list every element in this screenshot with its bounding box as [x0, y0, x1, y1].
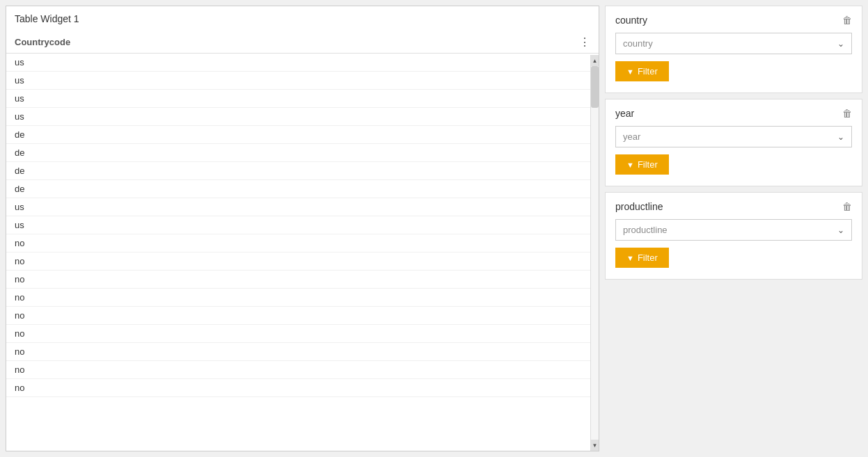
table-row: de	[6, 162, 599, 180]
filter-header-country: country 🗑	[615, 15, 852, 26]
column-header: Countrycode	[15, 37, 574, 47]
column-menu-icon[interactable]: ⋮	[579, 35, 590, 49]
table-row: no	[6, 234, 599, 252]
table-widget: Table Widget 1 Countrycode ⋮ ususususded…	[6, 6, 599, 451]
filter-icon: ▼	[626, 161, 634, 169]
chevron-down-icon: ⌄	[837, 132, 844, 142]
chevron-down-icon: ⌄	[837, 225, 844, 235]
scroll-down-button[interactable]: ▼	[591, 440, 599, 451]
filter-section-country: country 🗑 country ⌄ ▼ Filter	[605, 6, 862, 93]
delete-filter-productline-icon[interactable]: 🗑	[842, 201, 852, 212]
filter-header-year: year 🗑	[615, 108, 852, 119]
table-row: us	[6, 72, 599, 90]
table-row: us	[6, 198, 599, 216]
delete-filter-year-icon[interactable]: 🗑	[842, 108, 852, 119]
table-row: no	[6, 325, 599, 343]
filter-panel: country 🗑 country ⌄ ▼ Filter year 🗑 year…	[605, 6, 862, 451]
filter-button-productline[interactable]: ▼ Filter	[615, 248, 669, 268]
table-row: us	[6, 216, 599, 234]
table-row: us	[6, 54, 599, 72]
filter-dropdown-year-text: year	[623, 131, 640, 142]
table-row: no	[6, 361, 599, 379]
table-row: no	[6, 271, 599, 289]
table-container: Countrycode ⋮ ususususdedededeususnonono…	[6, 31, 599, 451]
scroll-thumb[interactable]	[591, 66, 599, 108]
filter-button-label: Filter	[638, 159, 658, 170]
chevron-down-icon: ⌄	[837, 39, 844, 49]
filter-button-country[interactable]: ▼ Filter	[615, 61, 669, 81]
table-row: de	[6, 126, 599, 144]
table-row: no	[6, 307, 599, 325]
filter-dropdown-productline-text: productline	[623, 225, 668, 235]
delete-filter-country-icon[interactable]: 🗑	[842, 15, 852, 26]
table-row: no	[6, 252, 599, 271]
filter-button-label: Filter	[638, 66, 658, 77]
table-row: us	[6, 108, 599, 126]
filter-button-label: Filter	[638, 252, 658, 263]
table-body: ususususdedededeususnonononononononono	[6, 54, 599, 449]
filter-dropdown-country[interactable]: country ⌄	[615, 33, 852, 54]
table-row: no	[6, 379, 599, 397]
scrollbar[interactable]: ▲ ▼	[590, 55, 599, 451]
filter-title-year: year	[615, 108, 634, 119]
filter-section-year: year 🗑 year ⌄ ▼ Filter	[605, 99, 862, 186]
scroll-up-button[interactable]: ▲	[591, 55, 599, 66]
widget-title: Table Widget 1	[6, 6, 599, 31]
table-row: no	[6, 289, 599, 307]
table-row: de	[6, 180, 599, 198]
filter-dropdown-country-text: country	[623, 38, 653, 49]
table-header: Countrycode ⋮	[6, 31, 599, 54]
table-row: de	[6, 144, 599, 162]
filter-icon: ▼	[626, 67, 634, 76]
table-row: us	[6, 90, 599, 108]
filter-header-productline: productline 🗑	[615, 201, 852, 212]
filter-section-productline: productline 🗑 productline ⌄ ▼ Filter	[605, 192, 862, 280]
filter-dropdown-year[interactable]: year ⌄	[615, 126, 852, 147]
filter-button-year[interactable]: ▼ Filter	[615, 154, 669, 175]
filter-icon: ▼	[626, 254, 634, 262]
table-row: no	[6, 343, 599, 361]
filter-title-productline: productline	[615, 201, 663, 212]
filter-dropdown-productline[interactable]: productline ⌄	[615, 219, 852, 241]
filter-title-country: country	[615, 15, 647, 26]
